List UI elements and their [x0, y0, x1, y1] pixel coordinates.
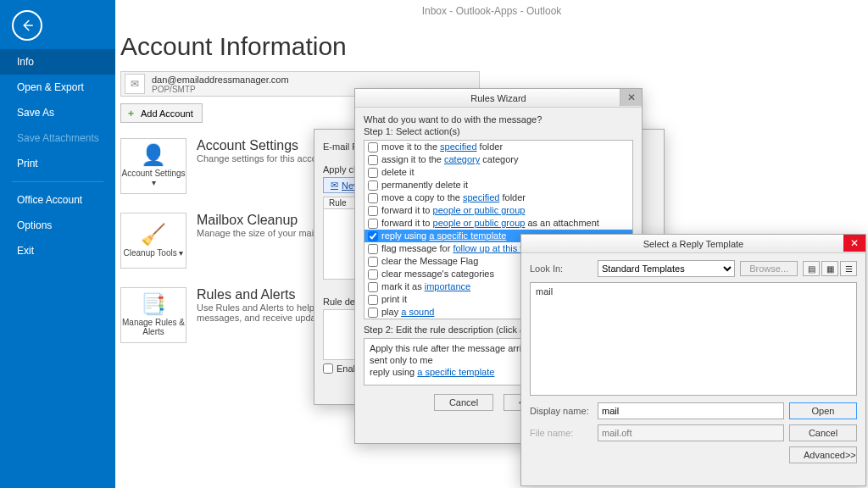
checkbox-icon[interactable]	[368, 244, 378, 254]
checkbox-icon[interactable]	[368, 257, 378, 267]
sidebar-item-print[interactable]: Print	[0, 151, 115, 176]
checkbox-icon[interactable]	[368, 219, 378, 229]
action-row[interactable]: assign it to the category category	[364, 153, 632, 166]
advanced-button[interactable]: Advanced>>	[789, 446, 857, 463]
action-link[interactable]: people or public group	[433, 205, 526, 215]
checkbox-icon[interactable]	[368, 180, 378, 191]
action-row[interactable]: move it to the specified folder	[364, 141, 632, 153]
sidebar-item-info[interactable]: Info	[0, 49, 115, 75]
checkbox-icon[interactable]	[368, 155, 378, 165]
section-text: Change settings for this account	[197, 153, 330, 164]
account-icon: ✉	[125, 74, 145, 94]
action-link[interactable]: a specific template	[429, 230, 506, 241]
checkbox-icon[interactable]	[323, 363, 333, 374]
tile-cleanup-tools[interactable]: 🧹 Cleanup Tools ▾	[120, 213, 186, 269]
add-account-button[interactable]: ＋ Add Account	[120, 103, 203, 123]
list-item[interactable]: mail	[536, 286, 851, 297]
action-text: reply using a specific template	[381, 230, 506, 242]
sidebar-item-options[interactable]: Options	[0, 213, 115, 238]
dialog-title: Rules Wizard ✕	[355, 89, 642, 108]
tile-label: Cleanup Tools ▾	[124, 248, 184, 258]
dialog-title: Select a Reply Template ✕	[521, 235, 865, 253]
tile-manage-rules[interactable]: 📑 Manage Rules & Alerts	[120, 287, 186, 343]
checkbox-icon[interactable]	[368, 168, 378, 178]
action-text: move a copy to the specified folder	[381, 191, 526, 204]
section-text: Manage the size of your mailbox	[197, 228, 331, 238]
action-row[interactable]: forward it to people or public group	[364, 204, 632, 217]
account-email: dan@emailaddressmanager.com	[152, 75, 289, 85]
checkbox-icon[interactable]	[368, 231, 378, 241]
sidebar-item-open-export[interactable]: Open & Export	[0, 75, 115, 100]
checkbox-icon[interactable]	[368, 308, 378, 318]
open-button[interactable]: Open	[789, 402, 857, 419]
template-link[interactable]: a specific template	[417, 367, 494, 377]
file-name-input	[598, 424, 784, 441]
account-protocol: POP/SMTP	[152, 85, 289, 94]
rule-description-box	[323, 309, 359, 360]
mail-icon: ✉	[331, 180, 338, 191]
sidebar-separator	[12, 181, 103, 182]
action-text: delete it	[381, 166, 415, 179]
sidebar-item-save-as[interactable]: Save As	[0, 100, 115, 125]
close-icon[interactable]: ✕	[620, 89, 642, 106]
lookin-select[interactable]: Standard Templates	[598, 260, 735, 277]
file-name-label: File name:	[530, 428, 593, 438]
rules-icon: 📑	[141, 294, 166, 314]
action-row[interactable]: permanently delete it	[364, 179, 632, 191]
action-text: mark it as importance	[381, 280, 470, 293]
action-text: flag message for follow up at this time	[381, 242, 537, 255]
checkbox-icon[interactable]	[368, 269, 378, 280]
page-title: Account Information	[115, 17, 868, 71]
action-row[interactable]: forward it to people or public group as …	[364, 217, 632, 230]
broom-icon: 🧹	[141, 225, 166, 245]
add-account-label: Add Account	[141, 108, 193, 119]
display-name-input[interactable]	[598, 402, 784, 419]
app-title: Inbox - Outlook-Apps - Outlook	[115, 0, 868, 17]
action-link[interactable]: category	[444, 154, 480, 164]
action-link[interactable]: specified	[463, 192, 499, 202]
section-heading: Account Settings	[197, 138, 330, 153]
checkbox-icon[interactable]	[368, 193, 378, 203]
action-link[interactable]: specified	[440, 141, 476, 152]
cancel-button[interactable]: Cancel	[434, 394, 493, 411]
section-heading: Mailbox Cleanup	[197, 213, 331, 228]
action-row[interactable]: delete it	[364, 166, 632, 179]
rule-column-header: Rule	[323, 197, 359, 209]
wizard-question: What do you want to do with the message?	[364, 114, 633, 125]
action-row[interactable]: move a copy to the specified folder	[364, 191, 632, 204]
tile-label: Manage Rules & Alerts	[121, 318, 186, 336]
tile-account-settings[interactable]: 👤 Account Settings ▾	[120, 138, 186, 194]
checkbox-icon[interactable]	[368, 282, 378, 292]
action-link[interactable]: a sound	[401, 307, 434, 317]
select-reply-template-dialog: Select a Reply Template ✕ Look In: Stand…	[520, 234, 866, 486]
cancel-button[interactable]: Cancel	[789, 424, 857, 441]
checkbox-icon[interactable]	[368, 295, 378, 305]
action-link[interactable]: importance	[425, 281, 470, 291]
view-large-icons-button[interactable]: ▤	[803, 261, 820, 276]
tile-label: Account Settings ▾	[121, 169, 186, 187]
action-link[interactable]: people or public group	[433, 218, 526, 228]
checkbox-icon[interactable]	[368, 142, 378, 152]
template-file-list[interactable]: mail	[530, 282, 857, 396]
view-list-button[interactable]: ▦	[821, 261, 838, 276]
action-text: print it	[381, 293, 407, 306]
backstage-sidebar: Info Open & Export Save As Save Attachme…	[0, 0, 115, 488]
sidebar-item-office-account[interactable]: Office Account	[0, 187, 115, 213]
checkbox-icon[interactable]	[368, 206, 378, 216]
view-details-button[interactable]: ☰	[840, 261, 857, 276]
lookin-label: Look In:	[530, 263, 593, 274]
action-text: start application	[381, 319, 447, 319]
action-text: clear message's categories	[381, 268, 494, 280]
action-text: assign it to the category category	[381, 153, 518, 166]
gear-user-icon: 👤	[141, 145, 166, 165]
action-text: permanently delete it	[381, 179, 468, 191]
action-text: move it to the specified folder	[381, 141, 503, 153]
close-icon[interactable]: ✕	[843, 235, 865, 252]
action-text: forward it to people or public group	[381, 204, 525, 217]
plus-icon: ＋	[126, 107, 136, 119]
back-button[interactable]	[12, 10, 42, 41]
rule-listbox[interactable]	[323, 208, 359, 280]
display-name-label: Display name:	[530, 406, 593, 416]
browse-button: Browse...	[740, 261, 798, 276]
sidebar-item-exit[interactable]: Exit	[0, 238, 115, 263]
